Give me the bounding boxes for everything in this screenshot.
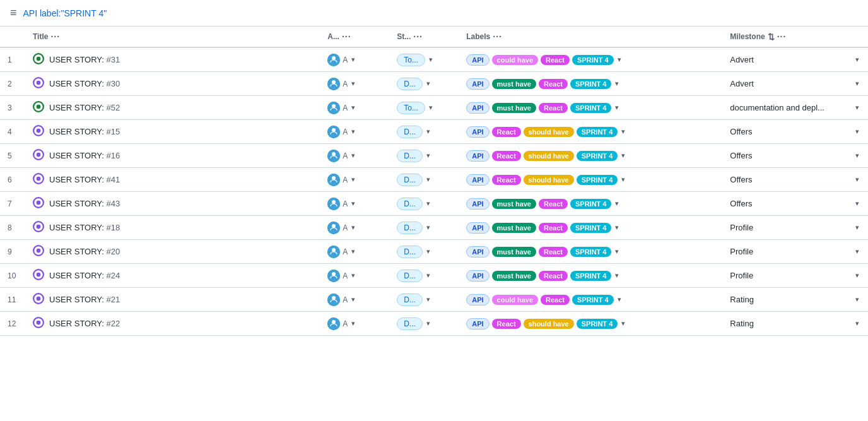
assignee-dropdown[interactable]: ▾ bbox=[350, 271, 356, 280]
status-button[interactable]: To... bbox=[397, 102, 425, 114]
milestone-dropdown[interactable]: ▾ bbox=[854, 223, 860, 232]
col-status-more[interactable]: ··· bbox=[413, 32, 423, 42]
label-badge[interactable]: API bbox=[466, 126, 489, 138]
issue-title-link[interactable]: USER STORY: #21 bbox=[49, 295, 120, 304]
status-button[interactable]: D... bbox=[397, 174, 423, 186]
label-badge[interactable]: SPRINT 4 bbox=[572, 295, 614, 305]
assignee-dropdown[interactable]: ▾ bbox=[350, 104, 356, 112]
status-dropdown[interactable]: ▾ bbox=[425, 295, 431, 304]
issue-title-link[interactable]: USER STORY: #30 bbox=[49, 79, 120, 88]
assignee-dropdown[interactable]: ▾ bbox=[350, 127, 356, 136]
issue-title-link[interactable]: USER STORY: #22 bbox=[49, 319, 120, 328]
status-dropdown[interactable]: ▾ bbox=[425, 151, 431, 160]
label-badge[interactable]: API bbox=[466, 318, 489, 329]
labels-dropdown[interactable]: ▾ bbox=[614, 199, 620, 208]
labels-dropdown[interactable]: ▾ bbox=[620, 151, 626, 160]
status-button[interactable]: D... bbox=[397, 78, 423, 90]
milestone-dropdown[interactable]: ▾ bbox=[854, 175, 860, 184]
label-badge[interactable]: API bbox=[466, 294, 489, 305]
label-badge[interactable]: API bbox=[466, 150, 489, 162]
status-dropdown[interactable]: ▾ bbox=[425, 223, 431, 232]
status-dropdown[interactable]: ▾ bbox=[425, 247, 431, 256]
label-badge[interactable]: must have bbox=[492, 223, 536, 233]
milestone-dropdown[interactable]: ▾ bbox=[854, 271, 860, 280]
milestone-dropdown[interactable]: ▾ bbox=[854, 151, 860, 160]
milestone-dropdown[interactable]: ▾ bbox=[854, 199, 860, 208]
label-badge[interactable]: React bbox=[492, 151, 521, 161]
status-button[interactable]: D... bbox=[397, 198, 423, 210]
issue-title-link[interactable]: USER STORY: #18 bbox=[49, 223, 120, 232]
assignee-dropdown[interactable]: ▾ bbox=[350, 175, 356, 184]
label-badge[interactable]: must have bbox=[492, 271, 536, 281]
col-assignee-more[interactable]: ··· bbox=[342, 32, 351, 42]
labels-dropdown[interactable]: ▾ bbox=[616, 56, 623, 64]
issue-title-link[interactable]: USER STORY: #52 bbox=[49, 103, 120, 112]
status-dropdown[interactable]: ▾ bbox=[425, 175, 431, 184]
status-button[interactable]: D... bbox=[397, 222, 423, 234]
label-badge[interactable]: React bbox=[539, 223, 568, 233]
labels-dropdown[interactable]: ▾ bbox=[616, 295, 623, 304]
label-badge[interactable]: SPRINT 4 bbox=[577, 319, 618, 329]
col-milestone-more[interactable]: ··· bbox=[777, 32, 787, 42]
labels-dropdown[interactable]: ▾ bbox=[614, 80, 620, 88]
milestone-dropdown[interactable]: ▾ bbox=[854, 80, 860, 88]
status-button[interactable]: D... bbox=[397, 270, 423, 282]
label-badge[interactable]: React bbox=[492, 319, 521, 329]
label-badge[interactable]: SPRINT 4 bbox=[570, 223, 612, 233]
label-badge[interactable]: API bbox=[466, 54, 489, 66]
status-button[interactable]: D... bbox=[397, 317, 423, 330]
label-badge[interactable]: API bbox=[466, 78, 489, 90]
issue-title-link[interactable]: USER STORY: #24 bbox=[49, 271, 120, 280]
label-badge[interactable]: React bbox=[541, 55, 570, 65]
label-badge[interactable]: React bbox=[539, 103, 568, 113]
assignee-dropdown[interactable]: ▾ bbox=[350, 56, 356, 64]
status-button[interactable]: D... bbox=[397, 294, 423, 306]
status-dropdown[interactable]: ▾ bbox=[425, 80, 431, 88]
assignee-dropdown[interactable]: ▾ bbox=[350, 295, 356, 304]
milestone-dropdown[interactable]: ▾ bbox=[854, 295, 860, 304]
status-dropdown[interactable]: ▾ bbox=[425, 127, 431, 136]
status-dropdown[interactable]: ▾ bbox=[425, 199, 431, 208]
label-badge[interactable]: SPRINT 4 bbox=[570, 271, 612, 281]
labels-dropdown[interactable]: ▾ bbox=[620, 127, 626, 136]
labels-dropdown[interactable]: ▾ bbox=[614, 247, 620, 256]
col-milestone-sort[interactable]: ⇅ bbox=[768, 32, 775, 42]
label-badge[interactable]: React bbox=[541, 295, 570, 305]
milestone-dropdown[interactable]: ▾ bbox=[854, 247, 860, 256]
issue-title-link[interactable]: USER STORY: #41 bbox=[49, 175, 120, 184]
label-badge[interactable]: must have bbox=[492, 199, 536, 209]
label-badge[interactable]: React bbox=[492, 127, 521, 137]
issue-title-link[interactable]: USER STORY: #16 bbox=[49, 151, 120, 160]
label-badge[interactable]: SPRINT 4 bbox=[577, 127, 618, 137]
label-badge[interactable]: API bbox=[466, 270, 489, 282]
label-badge[interactable]: should have bbox=[524, 175, 574, 185]
labels-dropdown[interactable]: ▾ bbox=[614, 104, 620, 112]
hamburger-icon[interactable]: ≡ bbox=[10, 6, 17, 20]
label-badge[interactable]: could have bbox=[492, 55, 538, 65]
assignee-dropdown[interactable]: ▾ bbox=[350, 80, 356, 88]
label-badge[interactable]: React bbox=[539, 247, 568, 257]
issue-title-link[interactable]: USER STORY: #31 bbox=[49, 55, 120, 64]
labels-dropdown[interactable]: ▾ bbox=[614, 223, 620, 232]
milestone-dropdown[interactable]: ▾ bbox=[854, 127, 860, 136]
status-dropdown[interactable]: ▾ bbox=[428, 56, 434, 64]
status-button[interactable]: D... bbox=[397, 150, 423, 162]
assignee-dropdown[interactable]: ▾ bbox=[350, 247, 356, 256]
status-button[interactable]: D... bbox=[397, 126, 423, 138]
label-badge[interactable]: SPRINT 4 bbox=[570, 247, 612, 257]
milestone-dropdown[interactable]: ▾ bbox=[854, 56, 860, 64]
label-badge[interactable]: must have bbox=[492, 79, 536, 89]
label-badge[interactable]: could have bbox=[492, 295, 538, 305]
label-badge[interactable]: React bbox=[539, 271, 568, 281]
label-badge[interactable]: SPRINT 4 bbox=[577, 151, 618, 161]
milestone-dropdown[interactable]: ▾ bbox=[854, 319, 860, 328]
col-title-more[interactable]: ··· bbox=[50, 32, 60, 42]
status-dropdown[interactable]: ▾ bbox=[428, 104, 434, 112]
filter-text[interactable]: API label:"SPRINT 4" bbox=[23, 8, 107, 18]
labels-dropdown[interactable]: ▾ bbox=[614, 271, 620, 280]
status-dropdown[interactable]: ▾ bbox=[425, 319, 431, 328]
label-badge[interactable]: SPRINT 4 bbox=[570, 103, 612, 113]
milestone-dropdown[interactable]: ▾ bbox=[854, 104, 860, 112]
label-badge[interactable]: must have bbox=[492, 247, 536, 257]
assignee-dropdown[interactable]: ▾ bbox=[350, 151, 356, 160]
